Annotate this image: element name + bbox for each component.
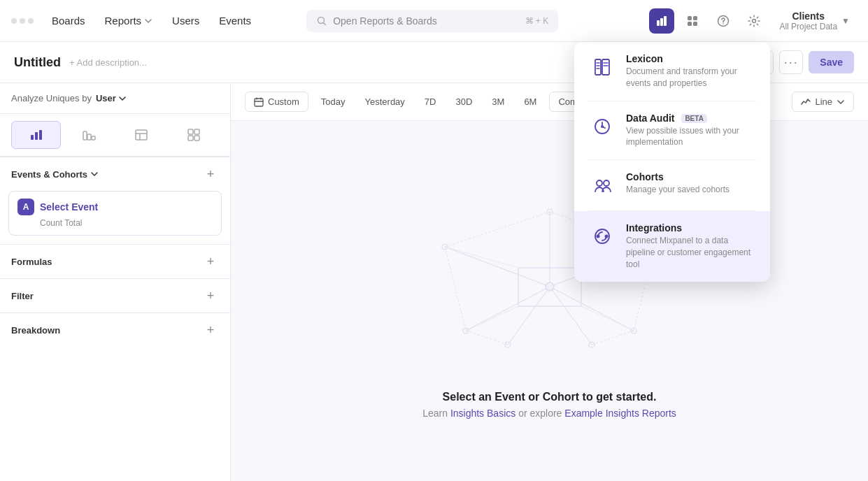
cohorts-svg [592,175,612,195]
add-breakdown-button[interactable]: + [202,322,219,338]
svg-line-26 [445,247,550,287]
breakdown-title: Breakdown [11,325,60,336]
save-button[interactable]: Save [809,51,854,73]
add-description[interactable]: + Add description... [69,57,147,68]
svg-point-10 [753,19,756,22]
add-formula-button[interactable]: + [202,253,219,270]
filter-label: Filter [11,291,34,301]
line-chart-btn[interactable]: Line [792,92,854,112]
bar-chart-icon [29,128,43,142]
svg-rect-13 [31,135,34,140]
integrations-text: Integrations Connect Mixpanel to a data … [626,222,756,270]
nav-reports[interactable]: Reports [98,10,160,31]
chart-empty-title: Select an Event or Cohort to get started… [422,391,676,403]
nav-reports-label: Reports [105,15,142,27]
nav-events[interactable]: Events [212,10,258,31]
more-options-btn[interactable]: ··· [779,50,803,74]
svg-rect-19 [136,130,147,140]
client-name: Clients [779,10,837,22]
menu-item-data-audit[interactable]: Data Audit BETA View possible issues wit… [574,101,770,160]
menu-item-cohorts[interactable]: Cohorts Manage your saved cohorts [574,160,770,210]
svg-line-40 [445,212,550,247]
svg-rect-23 [194,136,199,141]
formulas-section: Formulas + [0,244,230,278]
settings-icon-btn[interactable] [741,8,767,34]
svg-line-42 [445,247,466,331]
nav-events-label: Events [219,15,251,27]
yesterday-btn[interactable]: Yesterday [358,92,412,111]
chart-or-text: or explore [515,408,564,419]
svg-line-31 [508,287,550,345]
grid-icon [686,15,699,27]
6m-btn[interactable]: 6M [517,92,543,111]
svg-rect-1 [657,20,660,26]
svg-rect-3 [664,16,667,26]
chart-learn-text: Learn [422,408,450,419]
nav-boards-label: Boards [52,15,85,27]
menu-item-integrations[interactable]: Integrations Connect Mixpanel to a data … [574,211,770,281]
bar-chart-icon [655,15,668,27]
svg-point-50 [546,282,554,291]
cohorts-icon [588,171,616,199]
svg-rect-21 [194,129,199,134]
client-selector[interactable]: Clients All Project Data ▼ [772,6,857,36]
analyze-row: Analyze Uniques by User [0,83,230,114]
30d-label: 30D [455,96,472,107]
page-title: Untitled [14,55,61,70]
analyze-label: Analyze Uniques by [11,93,92,103]
svg-rect-17 [87,134,91,140]
chart-type-histogram[interactable] [64,121,113,149]
nav-users-label: Users [172,15,199,27]
integrations-desc: Connect Mixpanel to a data pipeline or c… [626,235,756,270]
nav-users[interactable]: Users [165,10,206,31]
example-reports-link[interactable]: Example Insights Reports [564,408,676,419]
reports-icon-btn[interactable] [649,8,674,34]
svg-line-48 [466,306,518,331]
events-cohorts-title[interactable]: Events & Cohorts [11,169,99,180]
custom-date-btn[interactable]: Custom [245,92,308,112]
search-kbd: ⌘ + K [525,16,549,26]
audit-title: Data Audit BETA [626,113,756,124]
cohorts-text: Cohorts Manage your saved cohorts [626,171,730,196]
integrations-icon [588,222,616,250]
analyze-value-btn[interactable]: User [96,93,127,103]
svg-rect-14 [35,132,38,140]
add-event-button[interactable]: + [202,166,219,182]
svg-rect-52 [602,59,609,75]
svg-line-45 [592,331,634,345]
chart-type-bar[interactable] [11,121,61,149]
ellipsis-icon: ··· [784,55,799,70]
help-icon-btn[interactable] [711,8,736,34]
event-name[interactable]: Select Event [40,201,98,213]
3m-btn[interactable]: 3M [485,92,511,111]
svg-line-44 [466,331,508,345]
svg-line-29 [550,287,634,331]
7d-label: 7D [425,96,436,107]
add-filter-button[interactable]: + [202,287,219,304]
event-metric: Count Total [17,218,213,228]
formulas-title: Formulas [11,257,52,267]
chart-type-table[interactable] [117,121,166,149]
grid-icon-btn[interactable] [680,8,705,34]
chart-empty-message: Select an Event or Cohort to get started… [422,391,676,419]
svg-line-49 [581,306,634,331]
question-icon [717,15,730,27]
nav-boards[interactable]: Boards [45,10,92,31]
calendar-icon [254,97,264,107]
insights-basics-link[interactable]: Insights Basics [450,408,515,419]
chart-type-grid[interactable] [169,121,219,149]
today-btn[interactable]: Today [314,92,353,111]
formulas-label: Formulas [11,257,52,267]
data-audit-icon [588,113,616,141]
chart-area: Select an Event or Cohort to get started… [231,121,868,481]
line-label: Line [815,96,832,107]
svg-rect-22 [188,136,193,141]
6m-label: 6M [524,96,536,107]
chevron-down-icon [90,170,99,178]
menu-item-lexicon[interactable]: Lexicon Document and transform your even… [574,42,770,101]
30d-btn[interactable]: 30D [448,92,479,111]
events-cohorts-section: Events & Cohorts + A Select Event Count … [0,157,230,244]
7d-btn[interactable]: 7D [418,92,443,111]
global-search[interactable]: Open Reports & Boards ⌘ + K [306,10,558,32]
main-content: Custom Today Yesterday 7D 30D 3M [231,83,868,481]
